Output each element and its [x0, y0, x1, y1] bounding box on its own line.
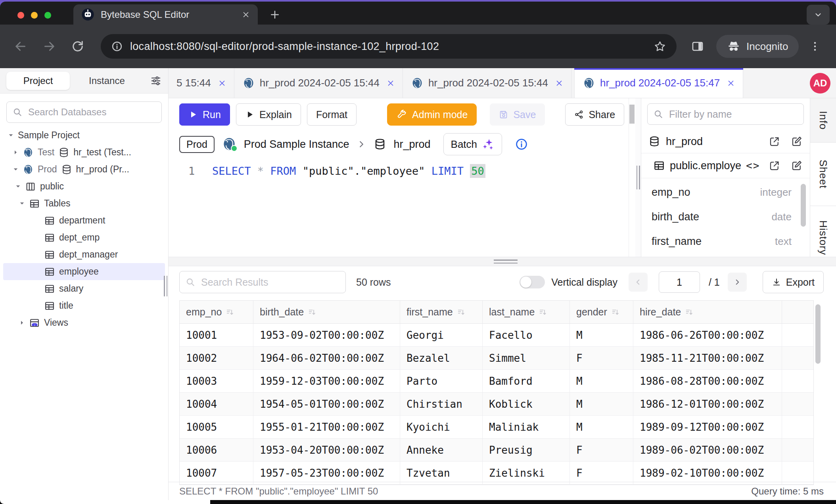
- sort-icon[interactable]: [457, 308, 466, 317]
- edit-icon[interactable]: [791, 136, 803, 147]
- column-row[interactable]: birth_datedate: [652, 204, 792, 229]
- tree-item-salary[interactable]: salary: [0, 280, 168, 297]
- column-header-first_name[interactable]: first_name: [400, 301, 483, 324]
- right-tab-info[interactable]: Info: [810, 98, 836, 143]
- next-page-button[interactable]: [728, 273, 747, 292]
- tree-item-dept-emp[interactable]: dept_emp: [0, 229, 168, 246]
- batch-button[interactable]: Batch: [443, 133, 502, 155]
- results-search-box[interactable]: [179, 271, 346, 293]
- schema-filter-box[interactable]: [647, 103, 804, 125]
- tree-item-hr-prod-pr[interactable]: Prodhr_prod (Pr...: [0, 161, 168, 178]
- site-info-icon[interactable]: [111, 40, 123, 52]
- horizontal-splitter[interactable]: [169, 257, 836, 266]
- schema-database-row[interactable]: hr_prod: [641, 130, 810, 153]
- tab-project[interactable]: Project: [6, 72, 70, 90]
- close-icon[interactable]: [387, 79, 395, 87]
- prev-page-button[interactable]: [629, 273, 648, 292]
- close-icon[interactable]: [555, 79, 563, 87]
- side-panel-icon[interactable]: [691, 40, 704, 53]
- tree-item-public[interactable]: public: [0, 178, 168, 195]
- explain-button[interactable]: Explain: [236, 103, 301, 126]
- tree-item-dept-manager[interactable]: dept_manager: [0, 246, 168, 263]
- run-button[interactable]: Run: [179, 103, 230, 126]
- format-button[interactable]: Format: [307, 103, 357, 126]
- caret-down-icon[interactable]: [19, 200, 25, 206]
- tab-instance[interactable]: Instance: [89, 75, 125, 86]
- external-link-icon[interactable]: [769, 136, 780, 147]
- new-tab-button[interactable]: [269, 9, 281, 21]
- reload-icon[interactable]: [71, 39, 85, 53]
- sql-editor[interactable]: 1 SELECT * FROM "public"."employee" LIMI…: [169, 158, 629, 257]
- tree-item-employee[interactable]: employee: [3, 263, 165, 280]
- results-scrollbar[interactable]: [815, 301, 821, 468]
- column-header-gender[interactable]: gender: [570, 301, 633, 324]
- sort-icon[interactable]: [611, 308, 620, 317]
- column-header-emp_no[interactable]: emp_no: [180, 301, 253, 324]
- column-header-last_name[interactable]: last_name: [483, 301, 570, 324]
- caret-down-icon[interactable]: [8, 132, 14, 138]
- info-circle-icon[interactable]: [515, 137, 528, 151]
- right-tab-sheet[interactable]: Sheet: [810, 143, 836, 206]
- admin-mode-button[interactable]: Admin mode: [387, 103, 477, 126]
- avatar[interactable]: AD: [810, 73, 830, 94]
- database-search-box[interactable]: [6, 101, 162, 123]
- editor-tab[interactable]: hr_prod 2024-02-05 15:47: [574, 68, 743, 98]
- caret-right-icon[interactable]: [13, 149, 19, 155]
- sort-icon[interactable]: [308, 308, 316, 317]
- sort-icon[interactable]: [226, 308, 234, 317]
- database-name[interactable]: hr_prod: [393, 138, 430, 151]
- search-input[interactable]: [27, 106, 156, 118]
- column-header-birth_date[interactable]: birth_date: [253, 301, 400, 324]
- editor-tab[interactable]: 5 15:44: [169, 68, 234, 98]
- editor-tab[interactable]: hr_prod 2024-02-05 15:44: [403, 68, 571, 98]
- external-link-icon[interactable]: [769, 160, 780, 172]
- bookmark-star-icon[interactable]: [654, 40, 666, 53]
- scrollbar-thumb[interactable]: [801, 184, 806, 227]
- close-icon[interactable]: [242, 11, 250, 19]
- tab-list-button[interactable]: [807, 5, 830, 25]
- browser-menu-icon[interactable]: [809, 40, 821, 52]
- tree-item-department[interactable]: department: [0, 212, 168, 229]
- vertical-display-toggle[interactable]: [520, 276, 545, 288]
- forward-icon[interactable]: [42, 39, 56, 53]
- close-icon[interactable]: [727, 79, 735, 87]
- column-row[interactable]: first_nametext: [652, 229, 792, 254]
- page-number-input[interactable]: [659, 271, 700, 293]
- window-minimize-button[interactable]: [31, 12, 38, 19]
- url-bar[interactable]: localhost:8080/sql-editor/prod-sample-in…: [101, 34, 677, 59]
- filter-input[interactable]: [668, 108, 798, 120]
- browser-tab[interactable]: Bytebase SQL Editor: [73, 4, 258, 25]
- edit-icon[interactable]: [791, 160, 803, 172]
- vertical-splitter[interactable]: [635, 98, 641, 257]
- tree-item-views[interactable]: Views: [0, 314, 168, 331]
- filter-sliders-icon[interactable]: [150, 75, 162, 87]
- tree-item-sample-project[interactable]: Sample Project: [0, 127, 168, 144]
- caret-down-icon[interactable]: [13, 166, 19, 172]
- instance-name[interactable]: Prod Sample Instance: [244, 138, 349, 151]
- tree-item-title[interactable]: title: [0, 297, 168, 314]
- save-button[interactable]: Save: [490, 103, 545, 126]
- sort-icon[interactable]: [539, 308, 547, 317]
- scrollbar-thumb[interactable]: [815, 304, 821, 364]
- editor-scrollbar[interactable]: [629, 98, 635, 257]
- drag-grip[interactable]: [494, 260, 518, 263]
- code-icon[interactable]: <>: [746, 160, 760, 172]
- back-icon[interactable]: [13, 39, 28, 53]
- column-header-hire_date[interactable]: hire_date: [633, 301, 782, 324]
- window-close-button[interactable]: [17, 12, 24, 19]
- sort-icon[interactable]: [685, 308, 694, 317]
- results-search-input[interactable]: [200, 276, 340, 288]
- close-icon[interactable]: [218, 79, 226, 87]
- export-button[interactable]: Export: [763, 271, 824, 293]
- sidebar-resize-handle[interactable]: [164, 276, 167, 296]
- caret-down-icon[interactable]: [15, 183, 21, 189]
- tree-item-hr-test-test[interactable]: Testhr_test (Test...: [0, 144, 168, 161]
- scrollbar-thumb[interactable]: [629, 105, 635, 124]
- caret-right-icon[interactable]: [19, 320, 25, 326]
- editor-tab[interactable]: hr_prod 2024-02-05 15:44: [234, 68, 403, 98]
- tree-item-tables[interactable]: Tables: [0, 195, 168, 212]
- share-button[interactable]: Share: [565, 103, 624, 126]
- window-zoom-button[interactable]: [44, 12, 51, 19]
- schema-table-row[interactable]: public.employe <>: [641, 153, 810, 178]
- column-row[interactable]: emp_nointeger: [652, 180, 792, 204]
